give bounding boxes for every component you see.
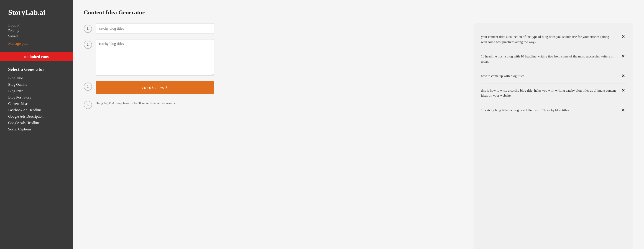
step1-row: 1.: [84, 23, 464, 34]
result-close-button[interactable]: ✕: [620, 88, 626, 93]
page-title: Content Idea Generator: [84, 9, 633, 16]
logout-link[interactable]: Logout: [8, 23, 65, 28]
pricing-link[interactable]: Pricing: [8, 29, 65, 33]
result-close-button[interactable]: ✕: [620, 54, 626, 59]
generator-section-title: Select a Generator: [8, 67, 65, 72]
result-text: 10 headline tips: a blog with 10 headlin…: [481, 54, 620, 64]
results-panel: your content title: a collection of the …: [474, 23, 633, 249]
sidebar-item-google-ads-headline[interactable]: Google Ads Headline: [8, 120, 65, 125]
unlimited-banner: unlimited runs: [0, 52, 73, 61]
sidebar-item-facebook-ad-headline[interactable]: Facebook Ad Headline: [8, 108, 65, 113]
step3-row: 3. Inspire me!: [84, 81, 464, 94]
logo-area: StoryLab.ai: [0, 0, 73, 23]
step2-row: 2. catchy blog titles: [84, 39, 464, 76]
generator-list: Blog TitleBlog OutlineBlog IntroBlog Pos…: [8, 76, 65, 132]
sidebar: StoryLab.ai Logout Pricing Saved Manage …: [0, 0, 73, 249]
app-logo: StoryLab.ai: [8, 8, 65, 17]
sidebar-item-social-captions[interactable]: Social Captions: [8, 127, 65, 132]
sidebar-item-blog-post-story[interactable]: Blog Post Story: [8, 95, 65, 100]
step1-input[interactable]: [96, 23, 214, 34]
result-text: 10 catchy blog titles: a blog post fille…: [481, 108, 620, 113]
form-area: 1. 2. catchy blog titles 3. Inspire me! …: [84, 23, 464, 249]
result-close-button[interactable]: ✕: [620, 73, 626, 78]
sidebar-item-blog-outline[interactable]: Blog Outline: [8, 82, 65, 87]
result-text: this is how to write a catchy blog title…: [481, 88, 620, 98]
result-item: this is how to write a catchy blog title…: [481, 83, 626, 103]
generator-section: Select a Generator Blog TitleBlog Outlin…: [0, 67, 73, 132]
result-item: 10 catchy blog titles: a blog post fille…: [481, 103, 626, 117]
step4-row: 4. Hang tight! AI may take up to 30 seco…: [84, 99, 464, 109]
result-item: how to come up with blog titles.✕: [481, 69, 626, 83]
result-text: your content title: a collection of the …: [481, 34, 620, 45]
sidebar-item-google-ads-description[interactable]: Google Ads Description: [8, 114, 65, 119]
saved-link[interactable]: Saved: [8, 34, 65, 39]
step4-circle: 4.: [84, 101, 92, 109]
manage-plan-link[interactable]: Manage plan: [8, 41, 65, 46]
step1-circle: 1.: [84, 25, 92, 33]
inspire-button[interactable]: Inspire me!: [96, 81, 214, 94]
sidebar-item-content-ideas[interactable]: Content Ideas: [8, 101, 65, 106]
sidebar-item-blog-intro[interactable]: Blog Intro: [8, 89, 65, 94]
main-area: Content Idea Generator 1. 2. catchy blog…: [73, 0, 644, 249]
step2-circle: 2.: [84, 41, 92, 49]
sidebar-item-blog-title[interactable]: Blog Title: [8, 76, 65, 81]
wait-message: Hang tight! AI may take up to 30 seconds…: [96, 101, 176, 105]
result-text: how to come up with blog titles.: [481, 73, 620, 79]
nav-links: Logout Pricing Saved Manage plan: [0, 23, 73, 50]
result-close-button[interactable]: ✕: [620, 34, 626, 39]
main-content-area: 1. 2. catchy blog titles 3. Inspire me! …: [84, 23, 633, 249]
step2-textarea[interactable]: catchy blog titles: [96, 39, 214, 76]
step3-circle: 3.: [84, 83, 92, 91]
result-close-button[interactable]: ✕: [620, 108, 626, 113]
result-item: 10 headline tips: a blog with 10 headlin…: [481, 49, 626, 69]
result-item: your content title: a collection of the …: [481, 30, 626, 49]
